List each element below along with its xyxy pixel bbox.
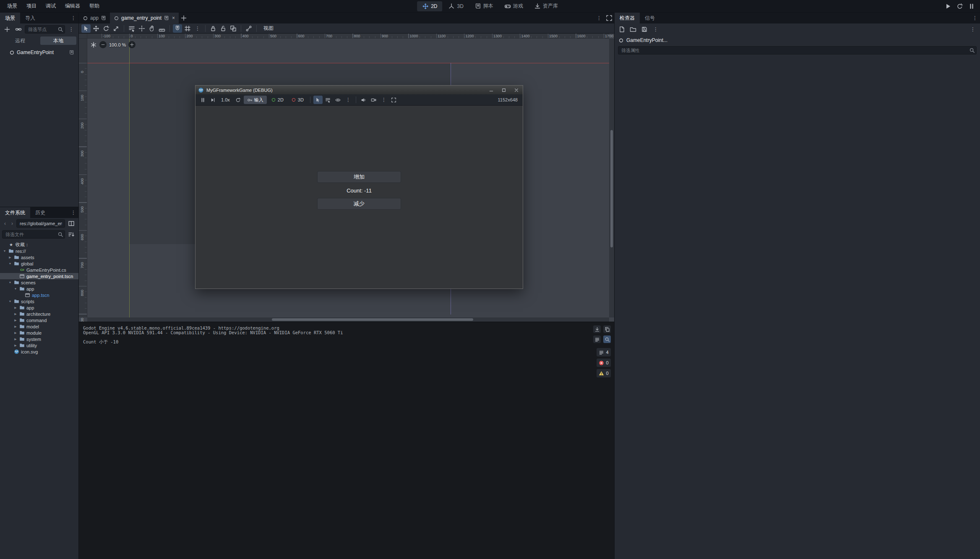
2d-viewport[interactable]: -100010020030040050060070080090010001100…	[79, 34, 614, 322]
tree-closed-icon[interactable]: ▶	[13, 325, 18, 328]
new-resource-button[interactable]	[617, 24, 627, 34]
camera-options-button[interactable]: ⋮	[379, 96, 388, 104]
window-maximize-button[interactable]	[498, 86, 510, 94]
pause-button[interactable]	[967, 1, 977, 11]
tree-closed-icon[interactable]: ▶	[13, 338, 18, 341]
add-node-button[interactable]	[2, 24, 12, 34]
menu-item[interactable]: 编辑器	[60, 0, 85, 12]
canvas-area[interactable]: 100.0 % MyGFrameworkGame (DEBUG)	[87, 39, 609, 317]
horizontal-ruler[interactable]: -100010020030040050060070080090010001100…	[87, 34, 609, 39]
2d-mode-toggle[interactable]: 2D	[268, 96, 287, 104]
fs-tree-item[interactable]: ▼scripts	[0, 298, 78, 304]
tool-grid-snap[interactable]	[183, 24, 192, 33]
error-count-badge[interactable]: 0	[597, 359, 611, 367]
input-mode-toggle[interactable]: 输入	[244, 96, 267, 104]
tree-closed-icon[interactable]: ▶	[13, 319, 18, 322]
scene-tree-menu-button[interactable]: ⋮	[66, 24, 76, 34]
fs-tree-item[interactable]: ▶model	[0, 323, 78, 330]
increase-button[interactable]: 增加	[317, 171, 401, 183]
tab-inspector[interactable]: 检查器	[615, 13, 640, 23]
tree-open-icon[interactable]: ▼	[3, 250, 7, 252]
tab-history[interactable]: 历史	[30, 207, 50, 218]
nav-back-button[interactable]: ‹	[2, 218, 8, 229]
game-window-titlebar[interactable]: MyGFrameworkGame (DEBUG)	[195, 86, 523, 94]
3d-mode-toggle[interactable]: 3D	[288, 96, 307, 104]
tool-rotate[interactable]	[102, 24, 111, 33]
fs-tree-item[interactable]: C#GameEntryPoint.cs	[0, 267, 78, 273]
scene-tree-root-node[interactable]: GameEntryPoint	[0, 48, 78, 57]
tree-closed-icon[interactable]: ▶	[13, 312, 18, 316]
resource-extra-button[interactable]: ⋮	[651, 24, 661, 34]
scroll-to-bottom-button[interactable]	[593, 325, 601, 333]
speed-label[interactable]: 1.0x	[218, 97, 233, 102]
tree-closed-icon[interactable]: ▶	[13, 331, 18, 335]
scene-tab-app[interactable]: app	[79, 13, 110, 23]
tree-closed-icon[interactable]: ▶	[13, 306, 18, 309]
filter-messages-button[interactable]	[593, 335, 601, 343]
pause-game-button[interactable]	[198, 96, 207, 104]
filesystem-menu-button[interactable]: ⋮	[68, 208, 78, 218]
zoom-level-label[interactable]: 100.0 %	[109, 42, 126, 47]
current-path-input[interactable]	[16, 219, 65, 228]
select-mode-button[interactable]	[313, 96, 323, 104]
tool-unlock[interactable]	[219, 24, 228, 33]
fs-tree-item[interactable]: ▼scenes	[0, 279, 78, 286]
fs-tree-item[interactable]: ★收藏：	[0, 242, 78, 248]
close-tab-button[interactable]: ×	[172, 15, 175, 21]
window-minimize-button[interactable]	[485, 86, 498, 94]
fs-tree-item[interactable]: ▶module	[0, 330, 78, 336]
toggle-split-mode-button[interactable]	[66, 218, 76, 229]
tool-bone[interactable]	[244, 24, 253, 33]
tab-import[interactable]: 导入	[20, 13, 40, 23]
fs-tree-item[interactable]: ▼global	[0, 260, 78, 267]
view-menu-button[interactable]: 视图	[260, 25, 277, 32]
scene-dock-menu-button[interactable]: ⋮	[68, 13, 78, 23]
tool-ruler[interactable]	[157, 24, 167, 33]
fs-tree-item[interactable]: ▶system	[0, 336, 78, 342]
tree-closed-icon[interactable]: ▶	[13, 344, 18, 347]
instance-scene-button[interactable]	[13, 24, 23, 34]
embed-fullscreen-button[interactable]	[389, 96, 399, 104]
next-frame-button[interactable]	[208, 96, 217, 104]
selection-options-button[interactable]: ⋮	[344, 96, 353, 104]
fs-tree-item[interactable]: ▶utility	[0, 342, 78, 348]
fs-tree-item[interactable]: ▼res://	[0, 248, 78, 254]
mute-audio-button[interactable]	[359, 96, 368, 104]
menu-item[interactable]: 帮助	[85, 0, 104, 12]
tool-magnet[interactable]	[173, 24, 182, 33]
fs-tree-item[interactable]: ▶app	[0, 304, 78, 311]
zoom-out-button[interactable]	[99, 41, 107, 48]
camera-override-button[interactable]	[369, 96, 378, 104]
copy-log-button[interactable]	[603, 325, 611, 333]
fs-tree-item[interactable]: game_entry_point.tscn	[0, 273, 78, 279]
remote-button[interactable]: 远程	[2, 36, 38, 45]
horizontal-scrollbar[interactable]	[87, 317, 609, 322]
tool-pivot[interactable]	[137, 24, 146, 33]
tree-open-icon[interactable]: ▼	[13, 287, 18, 290]
vertical-ruler[interactable]: 0100200300400500600700800900	[79, 39, 87, 317]
tool-more[interactable]: ⋮	[193, 24, 202, 33]
tree-open-icon[interactable]: ▼	[8, 300, 12, 303]
output-panel[interactable]: Godot Engine v4.6.stable.mono.official.8…	[79, 322, 614, 559]
tab-signals[interactable]: 信号	[640, 13, 660, 23]
scene-tab-game_entry_point[interactable]: game_entry_point×	[110, 13, 179, 23]
attached-script-icon[interactable]	[69, 50, 74, 55]
play-button[interactable]	[943, 1, 953, 11]
warning-count-badge[interactable]: 0	[597, 369, 611, 377]
fs-tree-item[interactable]: ▼app	[0, 286, 78, 292]
tool-scale[interactable]	[112, 24, 121, 33]
restart-button[interactable]	[955, 1, 965, 11]
search-log-button[interactable]	[603, 335, 611, 343]
load-resource-button[interactable]	[628, 24, 638, 34]
vertical-scrollbar[interactable]	[609, 39, 614, 317]
selection-list-button[interactable]	[323, 96, 333, 104]
inspected-object-row[interactable]: GameEntryPoint...	[615, 35, 980, 45]
new-scene-tab-button[interactable]	[179, 13, 189, 23]
screen-tab-3d[interactable]: 3D	[443, 1, 469, 11]
distraction-free-button[interactable]	[604, 13, 614, 23]
screen-tab-2d[interactable]: 2D	[417, 1, 442, 11]
fs-tree-item[interactable]: ▶assets	[0, 254, 78, 260]
tool-lock[interactable]	[209, 24, 218, 33]
screen-tab-游戏[interactable]: 游戏	[499, 1, 528, 11]
tab-filesystem[interactable]: 文件系统	[0, 207, 30, 218]
